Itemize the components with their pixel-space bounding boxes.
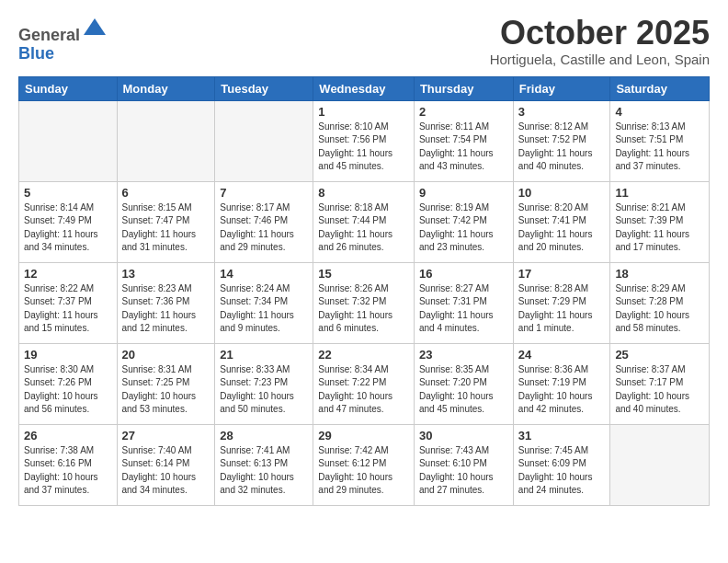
weekday-header-friday: Friday (513, 76, 610, 100)
header: General Blue October 2025 Hortiguela, Ca… (18, 15, 710, 67)
day-info: Sunrise: 7:41 AMSunset: 6:13 PMDaylight:… (220, 444, 308, 498)
day-number: 27 (122, 429, 210, 442)
day-info: Sunrise: 8:12 AMSunset: 7:52 PMDaylight:… (518, 121, 606, 174)
calendar-cell: 23Sunrise: 8:35 AMSunset: 7:20 PMDayligh… (414, 343, 513, 424)
day-info: Sunrise: 8:31 AMSunset: 7:25 PMDaylight:… (122, 363, 210, 417)
calendar-cell: 7Sunrise: 8:17 AMSunset: 7:46 PMDaylight… (215, 181, 313, 262)
day-info: Sunrise: 8:13 AMSunset: 7:51 PMDaylight:… (615, 121, 704, 174)
day-number: 31 (518, 429, 606, 442)
location: Hortiguela, Castille and Leon, Spain (490, 52, 710, 67)
day-number: 23 (419, 348, 508, 362)
calendar-cell: 10Sunrise: 8:20 AMSunset: 7:41 PMDayligh… (513, 181, 610, 262)
calendar-cell: 12Sunrise: 8:22 AMSunset: 7:37 PMDayligh… (19, 262, 118, 343)
weekday-header-wednesday: Wednesday (313, 76, 415, 100)
day-info: Sunrise: 8:36 AMSunset: 7:19 PMDaylight:… (518, 363, 606, 417)
day-number: 30 (419, 429, 508, 442)
day-info: Sunrise: 8:35 AMSunset: 7:20 PMDaylight:… (419, 363, 508, 417)
calendar-cell: 26Sunrise: 7:38 AMSunset: 6:16 PMDayligh… (19, 424, 118, 505)
page: General Blue October 2025 Hortiguela, Ca… (0, 0, 728, 515)
day-info: Sunrise: 8:21 AMSunset: 7:39 PMDaylight:… (615, 201, 704, 255)
day-info: Sunrise: 7:45 AMSunset: 6:09 PMDaylight:… (518, 444, 606, 498)
logo-blue-text: Blue (18, 44, 54, 63)
logo-icon (82, 15, 108, 40)
calendar-cell: 16Sunrise: 8:27 AMSunset: 7:31 PMDayligh… (414, 262, 513, 343)
calendar-cell: 14Sunrise: 8:24 AMSunset: 7:34 PMDayligh… (215, 262, 313, 343)
day-info: Sunrise: 8:33 AMSunset: 7:23 PMDaylight:… (220, 363, 308, 417)
day-number: 11 (615, 186, 704, 200)
day-info: Sunrise: 8:24 AMSunset: 7:34 PMDaylight:… (220, 282, 308, 336)
week-row-2: 5Sunrise: 8:14 AMSunset: 7:49 PMDaylight… (19, 181, 710, 262)
day-info: Sunrise: 8:29 AMSunset: 7:28 PMDaylight:… (615, 282, 704, 336)
calendar-cell: 28Sunrise: 7:41 AMSunset: 6:13 PMDayligh… (215, 424, 313, 505)
day-info: Sunrise: 8:18 AMSunset: 7:44 PMDaylight:… (318, 201, 409, 255)
calendar-cell: 5Sunrise: 8:14 AMSunset: 7:49 PMDaylight… (19, 181, 118, 262)
day-info: Sunrise: 8:37 AMSunset: 7:17 PMDaylight:… (615, 363, 704, 417)
day-info: Sunrise: 8:11 AMSunset: 7:54 PMDaylight:… (419, 121, 508, 174)
calendar-cell: 20Sunrise: 8:31 AMSunset: 7:25 PMDayligh… (117, 343, 215, 424)
calendar-cell: 4Sunrise: 8:13 AMSunset: 7:51 PMDaylight… (610, 100, 710, 181)
weekday-header-sunday: Sunday (19, 76, 118, 100)
day-info: Sunrise: 7:40 AMSunset: 6:14 PMDaylight:… (122, 444, 210, 498)
day-number: 7 (220, 186, 308, 200)
svg-marker-0 (84, 18, 106, 35)
calendar-cell: 21Sunrise: 8:33 AMSunset: 7:23 PMDayligh… (215, 343, 313, 424)
day-number: 22 (318, 348, 409, 362)
calendar-cell: 8Sunrise: 8:18 AMSunset: 7:44 PMDaylight… (313, 181, 415, 262)
calendar-cell: 6Sunrise: 8:15 AMSunset: 7:47 PMDaylight… (117, 181, 215, 262)
week-row-4: 19Sunrise: 8:30 AMSunset: 7:26 PMDayligh… (19, 343, 710, 424)
day-info: Sunrise: 8:15 AMSunset: 7:47 PMDaylight:… (122, 201, 210, 255)
calendar-cell: 30Sunrise: 7:43 AMSunset: 6:10 PMDayligh… (414, 424, 513, 505)
day-number: 4 (615, 105, 704, 119)
calendar: SundayMondayTuesdayWednesdayThursdayFrid… (18, 76, 710, 506)
calendar-cell: 19Sunrise: 8:30 AMSunset: 7:26 PMDayligh… (19, 343, 118, 424)
day-number: 21 (220, 348, 308, 362)
calendar-cell (117, 100, 215, 181)
day-info: Sunrise: 8:34 AMSunset: 7:22 PMDaylight:… (318, 363, 409, 417)
day-number: 14 (220, 267, 308, 281)
day-number: 12 (24, 267, 112, 281)
day-number: 3 (518, 105, 606, 119)
calendar-cell (19, 100, 118, 181)
weekday-header-thursday: Thursday (414, 76, 513, 100)
day-number: 25 (615, 348, 704, 362)
day-number: 1 (318, 105, 409, 119)
weekday-header-saturday: Saturday (610, 76, 710, 100)
weekday-header-monday: Monday (117, 76, 215, 100)
day-number: 17 (518, 267, 606, 281)
day-info: Sunrise: 8:23 AMSunset: 7:36 PMDaylight:… (122, 282, 210, 336)
day-number: 2 (419, 105, 508, 119)
calendar-cell: 25Sunrise: 8:37 AMSunset: 7:17 PMDayligh… (610, 343, 710, 424)
day-info: Sunrise: 8:28 AMSunset: 7:29 PMDaylight:… (518, 282, 606, 336)
calendar-cell: 24Sunrise: 8:36 AMSunset: 7:19 PMDayligh… (513, 343, 610, 424)
week-row-5: 26Sunrise: 7:38 AMSunset: 6:16 PMDayligh… (19, 424, 710, 505)
day-info: Sunrise: 7:42 AMSunset: 6:12 PMDaylight:… (318, 444, 409, 498)
logo: General Blue (18, 15, 108, 63)
calendar-cell (610, 424, 710, 505)
day-number: 6 (122, 186, 210, 200)
day-number: 10 (518, 186, 606, 200)
day-number: 26 (24, 429, 112, 442)
calendar-cell: 13Sunrise: 8:23 AMSunset: 7:36 PMDayligh… (117, 262, 215, 343)
calendar-cell: 17Sunrise: 8:28 AMSunset: 7:29 PMDayligh… (513, 262, 610, 343)
calendar-cell: 9Sunrise: 8:19 AMSunset: 7:42 PMDaylight… (414, 181, 513, 262)
calendar-cell (215, 100, 313, 181)
day-info: Sunrise: 7:38 AMSunset: 6:16 PMDaylight:… (24, 444, 112, 498)
calendar-cell: 27Sunrise: 7:40 AMSunset: 6:14 PMDayligh… (117, 424, 215, 505)
day-info: Sunrise: 8:20 AMSunset: 7:41 PMDaylight:… (518, 201, 606, 255)
day-number: 18 (615, 267, 704, 281)
calendar-cell: 3Sunrise: 8:12 AMSunset: 7:52 PMDaylight… (513, 100, 610, 181)
calendar-cell: 31Sunrise: 7:45 AMSunset: 6:09 PMDayligh… (513, 424, 610, 505)
day-info: Sunrise: 8:27 AMSunset: 7:31 PMDaylight:… (419, 282, 508, 336)
day-number: 29 (318, 429, 409, 442)
day-info: Sunrise: 8:26 AMSunset: 7:32 PMDaylight:… (318, 282, 409, 336)
week-row-3: 12Sunrise: 8:22 AMSunset: 7:37 PMDayligh… (19, 262, 710, 343)
day-number: 13 (122, 267, 210, 281)
day-number: 28 (220, 429, 308, 442)
weekday-header-tuesday: Tuesday (215, 76, 313, 100)
calendar-cell: 18Sunrise: 8:29 AMSunset: 7:28 PMDayligh… (610, 262, 710, 343)
calendar-cell: 22Sunrise: 8:34 AMSunset: 7:22 PMDayligh… (313, 343, 415, 424)
day-number: 24 (518, 348, 606, 362)
day-number: 15 (318, 267, 409, 281)
calendar-cell: 1Sunrise: 8:10 AMSunset: 7:56 PMDaylight… (313, 100, 415, 181)
day-number: 5 (24, 186, 112, 200)
